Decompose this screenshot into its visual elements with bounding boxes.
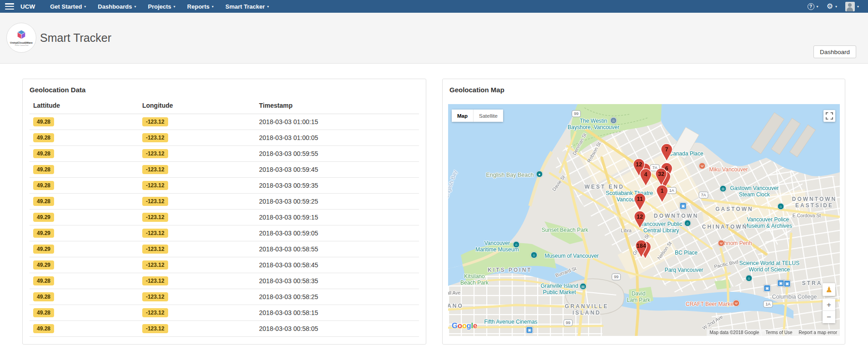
- chevron-down-icon: ▾: [134, 5, 136, 9]
- map-type-satellite-button[interactable]: Satellite: [474, 110, 503, 122]
- timestamp-cell: 2018-03-03 00:59:45: [255, 162, 419, 178]
- longitude-cell: -123.12: [139, 210, 255, 225]
- settings-menu[interactable]: ⚙ ▾: [824, 3, 840, 10]
- table-row: 49.29-123.122018-03-03 00:59:05: [30, 225, 419, 241]
- dashboard-button[interactable]: Dashboard: [813, 45, 856, 58]
- latitude-badge: 49.28: [33, 197, 54, 206]
- nav-menu-dashboards[interactable]: Dashboards▾: [92, 0, 142, 13]
- geolocation-table: Lattitude Longitude Timestamp 49.28-123.…: [30, 98, 419, 337]
- column-header-lattitude: Lattitude: [30, 98, 139, 114]
- nav-menu-get-started[interactable]: Get Started▾: [44, 0, 92, 13]
- help-icon: ?: [808, 3, 814, 10]
- chevron-down-icon: ▾: [212, 5, 214, 9]
- map-marker[interactable]: 11: [634, 193, 646, 211]
- map-marker[interactable]: 4: [639, 168, 652, 187]
- longitude-badge: -123.12: [142, 324, 168, 333]
- geolocation-table-body: 49.28-123.122018-03-03 01:00:1549.28-123…: [30, 114, 419, 337]
- avatar: [845, 2, 855, 11]
- timestamp-cell: 2018-03-03 01:00:15: [255, 114, 419, 130]
- map-panel-title: Geolocation Map: [443, 79, 845, 98]
- nav-menu-smart-tracker[interactable]: Smart Tracker▾: [219, 0, 275, 13]
- latitude-badge: 49.29: [33, 213, 54, 222]
- latitude-badge: 49.28: [33, 324, 54, 333]
- latitude-badge: 49.29: [33, 245, 54, 254]
- nav-menu-reports[interactable]: Reports▾: [181, 0, 219, 13]
- app-logo: Unity|Cloud|Ware Think Connected: [6, 23, 36, 53]
- timestamp-cell: 2018-03-03 00:58:05: [255, 321, 419, 337]
- table-row: 49.28-123.122018-03-03 00:59:45: [30, 162, 419, 178]
- navbar-brand[interactable]: UCW: [20, 3, 35, 10]
- map-marker[interactable]: 184: [635, 240, 648, 258]
- report-map-error-link[interactable]: Report a map error: [799, 330, 837, 335]
- longitude-cell: -123.12: [139, 114, 255, 130]
- timestamp-cell: 2018-03-03 00:58:35: [255, 273, 419, 289]
- navbar-menus: Get Started▾Dashboards▾Projects▾Reports▾…: [44, 0, 274, 13]
- table-row: 49.29-123.122018-03-03 00:58:55: [30, 241, 419, 257]
- latitude-cell: 49.28: [30, 178, 139, 194]
- top-navbar: UCW Get Started▾Dashboards▾Projects▾Repo…: [0, 0, 868, 13]
- table-row: 49.29-123.122018-03-03 00:59:15: [30, 210, 419, 225]
- nav-menu-label: Projects: [148, 3, 171, 10]
- map-marker[interactable]: 7: [660, 143, 673, 162]
- chevron-down-icon: ▾: [835, 5, 837, 9]
- latitude-cell: 49.28: [30, 162, 139, 178]
- longitude-cell: -123.12: [139, 146, 255, 162]
- table-row: 49.28-123.122018-03-03 00:58:35: [30, 273, 419, 289]
- map-type-map-button[interactable]: Map: [452, 110, 474, 122]
- latitude-badge: 49.28: [33, 276, 54, 285]
- nav-menu-label: Smart Tracker: [225, 3, 265, 10]
- longitude-cell: -123.12: [139, 289, 255, 305]
- timestamp-cell: 2018-03-03 00:58:15: [255, 305, 419, 321]
- help-menu[interactable]: ? ▾: [805, 3, 821, 10]
- latitude-badge: 49.28: [33, 181, 54, 190]
- map-marker[interactable]: 1: [656, 185, 668, 203]
- table-row: 49.28-123.122018-03-03 00:58:25: [30, 289, 419, 305]
- logo-tagline: Think Connected: [15, 44, 28, 46]
- nav-menu-projects[interactable]: Projects▾: [142, 0, 181, 13]
- google-logo[interactable]: Google: [452, 321, 477, 330]
- timestamp-cell: 2018-03-03 00:58:25: [255, 289, 419, 305]
- map-markers: 712632411112184: [448, 104, 840, 336]
- longitude-cell: -123.12: [139, 273, 255, 289]
- longitude-badge: -123.12: [142, 181, 168, 190]
- longitude-badge: -123.12: [142, 149, 168, 158]
- zoom-in-button[interactable]: +: [823, 299, 835, 311]
- svg-text:4: 4: [644, 171, 648, 178]
- svg-text:11: 11: [637, 196, 643, 202]
- timestamp-cell: 2018-03-03 00:59:25: [255, 194, 419, 210]
- geolocation-map-panel: Geolocation Map: [442, 79, 845, 345]
- map-marker[interactable]: 12: [634, 210, 646, 229]
- svg-text:12: 12: [636, 161, 642, 168]
- longitude-cell: -123.12: [139, 162, 255, 178]
- zoom-out-button[interactable]: −: [823, 311, 835, 323]
- longitude-cell: -123.12: [139, 305, 255, 321]
- map-marker[interactable]: 32: [655, 168, 668, 186]
- user-menu[interactable]: ▾: [843, 2, 862, 11]
- latitude-cell: 49.28: [30, 194, 139, 210]
- timestamp-cell: 2018-03-03 00:59:55: [255, 146, 419, 162]
- longitude-badge: -123.12: [142, 117, 168, 126]
- svg-text:184: 184: [637, 243, 646, 249]
- timestamp-cell: 2018-03-03 00:59:15: [255, 210, 419, 225]
- zoom-control: + −: [823, 299, 835, 323]
- nav-menu-label: Get Started: [50, 3, 82, 10]
- gear-icon: ⚙: [827, 3, 833, 10]
- hamburger-menu-icon[interactable]: [5, 3, 14, 10]
- geolocation-data-panel: Geolocation Data Lattitude Longitude Tim…: [22, 79, 426, 345]
- longitude-cell: -123.12: [139, 225, 255, 241]
- latitude-cell: 49.28: [30, 305, 139, 321]
- longitude-badge: -123.12: [142, 260, 168, 270]
- terms-of-use-link[interactable]: Terms of Use: [766, 330, 793, 335]
- table-row: 49.28-123.122018-03-03 00:59:25: [30, 194, 419, 210]
- longitude-badge: -123.12: [142, 276, 168, 285]
- longitude-cell: -123.12: [139, 178, 255, 194]
- timestamp-cell: 2018-03-03 01:00:05: [255, 130, 419, 146]
- timestamp-cell: 2018-03-03 00:59:35: [255, 178, 419, 194]
- map-canvas[interactable]: English BayThe WestinBayshore, Vancouver…: [448, 104, 840, 336]
- latitude-cell: 49.28: [30, 146, 139, 162]
- latitude-cell: 49.29: [30, 210, 139, 225]
- fullscreen-button[interactable]: [823, 110, 835, 122]
- column-header-timestamp: Timestamp: [255, 98, 419, 114]
- latitude-badge: 49.28: [33, 133, 54, 142]
- pegman-control[interactable]: ♟: [823, 283, 835, 296]
